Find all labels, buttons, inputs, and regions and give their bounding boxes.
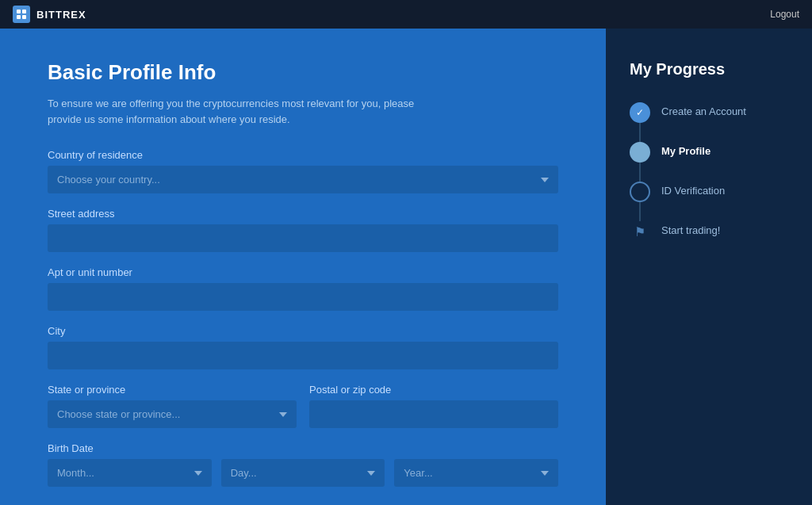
state-postal-row: State or province Choose state or provin… [48,384,558,442]
apt-label: Apt or unit number [48,266,558,278]
year-select[interactable]: Year... [394,459,558,487]
step-label-4: Start trading! [661,221,720,236]
city-group: City [48,325,558,369]
svg-rect-1 [22,10,26,13]
step-indicator-4: ⚑ [630,221,650,242]
progress-title: My Progress [630,60,788,78]
city-label: City [48,325,558,337]
check-icon: ✓ [636,107,644,118]
step-my-profile: My Profile [630,142,788,182]
page-description: To ensure we are offering you the crypto… [48,96,428,127]
step-label-3: ID Verification [661,182,725,197]
logo-icon [13,6,30,23]
logo-text: BITTREX [36,9,86,21]
logo: BITTREX [13,6,86,23]
street-input[interactable] [48,224,558,252]
month-group: Month... [48,459,212,487]
step-label-1: Create an Account [661,102,746,117]
day-group: Day... [221,459,385,487]
logout-button[interactable]: Logout [770,9,799,20]
step-id-verification: ID Verification [630,182,788,221]
city-input[interactable] [48,342,558,369]
year-group: Year... [394,459,558,487]
birthdate-row: Month... Day... Year... [48,459,558,501]
country-select[interactable]: Choose your country... [48,166,558,193]
step-indicator-3 [630,182,650,202]
street-label: Street address [48,208,558,220]
birthdate-label: Birth Date [48,442,558,454]
page-title: Basic Profile Info [48,60,558,85]
step-label-2: My Profile [661,142,710,157]
progress-panel: My Progress ✓ Create an Account My Profi… [606,29,812,505]
step-indicator-2 [630,142,650,163]
step-connector-3 [639,202,641,221]
svg-rect-2 [17,15,21,19]
step-connector-2 [639,163,641,182]
postal-group: Postal or zip code [309,384,558,428]
country-group: Country of residence Choose your country… [48,149,558,193]
progress-steps: ✓ Create an Account My Profile ID Verifi… [630,102,788,242]
street-group: Street address [48,208,558,252]
svg-rect-3 [22,15,26,19]
main-content: Basic Profile Info To ensure we are offe… [0,29,812,505]
day-select[interactable]: Day... [221,459,385,487]
step-create-account: ✓ Create an Account [630,102,788,142]
apt-group: Apt or unit number [48,266,558,311]
state-select[interactable]: Choose state or province... [48,400,297,428]
step-indicator-1: ✓ [630,102,650,123]
apt-input[interactable] [48,283,558,311]
flag-icon: ⚑ [634,224,645,239]
state-group: State or province Choose state or provin… [48,384,297,428]
month-select[interactable]: Month... [48,459,212,487]
step-connector-1 [639,123,641,142]
country-label: Country of residence [48,149,558,161]
birthdate-group: Birth Date Month... Day... Year... [48,442,558,501]
state-label: State or province [48,384,297,396]
postal-label: Postal or zip code [309,384,558,396]
form-panel: Basic Profile Info To ensure we are offe… [0,29,606,505]
topbar: BITTREX Logout [0,0,812,29]
step-start-trading: ⚑ Start trading! [630,221,788,242]
postal-input[interactable] [309,400,558,428]
svg-rect-0 [17,10,21,13]
